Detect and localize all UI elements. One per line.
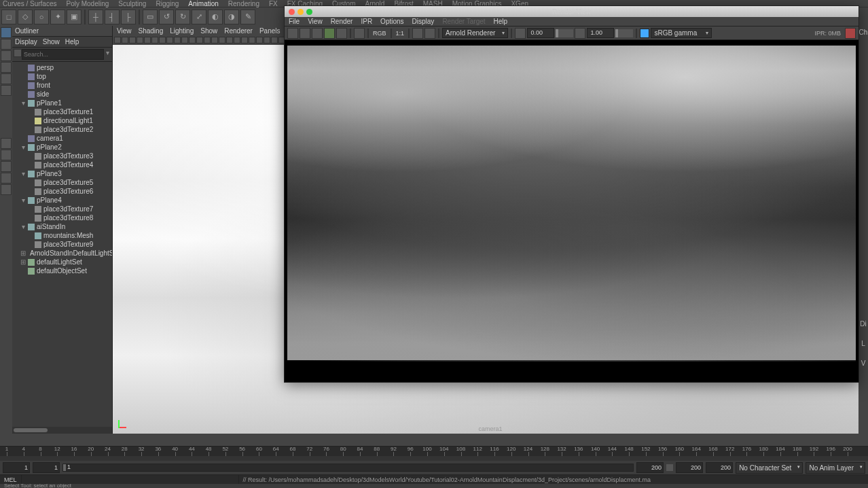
snapshot-icon[interactable] — [312, 28, 323, 39]
menu-tab[interactable]: Animation — [188, 0, 218, 7]
rotate-tool-icon[interactable] — [1, 73, 12, 84]
color-swatch-icon[interactable] — [640, 29, 649, 38]
shelf-icon[interactable]: ⤢ — [192, 10, 206, 24]
scrollbar-horizontal[interactable] — [12, 427, 112, 434]
viewport-toolbar-icon[interactable] — [166, 37, 173, 43]
viewport-menu-item[interactable]: Renderer — [224, 27, 253, 35]
ipr-refresh-icon[interactable] — [336, 28, 347, 39]
tree-item[interactable]: ▾pPlane3 — [12, 169, 112, 178]
render-menu-item[interactable]: Display — [412, 18, 435, 25]
layout-icon[interactable] — [1, 173, 12, 184]
display-tab[interactable]: Di — [860, 320, 866, 328]
shelf-icon[interactable]: ○ — [34, 10, 49, 24]
menu-tab[interactable]: Poly Modeling — [66, 0, 109, 7]
exposure-high-slider[interactable] — [615, 29, 633, 37]
viewport-menu-item[interactable]: Show — [200, 27, 217, 35]
ipr-stop-icon[interactable] — [845, 28, 856, 39]
layout-icon[interactable] — [1, 161, 12, 172]
layout-icon[interactable] — [1, 138, 12, 149]
tree-item[interactable]: top — [12, 72, 112, 81]
scale-tool-icon[interactable] — [1, 85, 12, 96]
menu-tab[interactable]: Curves / Surfaces — [3, 0, 56, 7]
viewport-toolbar-icon[interactable] — [181, 37, 188, 43]
render-view-titlebar[interactable]: Render View — [285, 6, 858, 17]
ratio-label[interactable]: 1:1 — [395, 30, 406, 37]
range-lock-icon[interactable] — [666, 464, 673, 471]
close-icon[interactable] — [289, 9, 295, 15]
viewport-toolbar-icon[interactable] — [196, 37, 203, 43]
channel-box-tab[interactable]: Ch — [859, 29, 868, 36]
viewport-toolbar-icon[interactable] — [241, 37, 248, 43]
viewport-menu-item[interactable]: View — [117, 27, 132, 35]
tree-item[interactable]: ⊞defaultLightSet — [12, 258, 112, 266]
tree-item[interactable]: camera1 — [12, 134, 112, 143]
render-menu-item[interactable]: IPR — [361, 18, 372, 25]
viewport-toolbar-icon[interactable] — [189, 37, 196, 43]
tree-item[interactable]: ▾aiStandIn — [12, 222, 112, 231]
viewport-toolbar-icon[interactable] — [249, 37, 255, 43]
exposure-icon[interactable] — [515, 28, 526, 39]
range-vis-start-input[interactable] — [33, 462, 60, 473]
render-canvas[interactable] — [285, 40, 858, 382]
renderer-dropdown[interactable]: Arnold Renderer — [442, 28, 508, 38]
tree-item[interactable]: directionalLight1 — [12, 116, 112, 125]
viewport-toolbar-icon[interactable] — [219, 37, 225, 43]
tree-item[interactable]: place3dTexture7 — [12, 205, 112, 213]
render-settings-icon[interactable] — [354, 28, 365, 39]
tree-item[interactable]: defaultObjectSet — [12, 266, 112, 275]
outliner-menu-item[interactable]: Show — [43, 38, 60, 46]
render-menu-item[interactable]: Options — [380, 18, 403, 25]
tree-item[interactable]: place3dTexture3 — [12, 152, 112, 160]
shelf-icon[interactable]: ▣ — [67, 10, 82, 24]
move-tool-icon[interactable] — [1, 62, 12, 73]
viewport-toolbar-icon[interactable] — [226, 37, 233, 43]
search-dropdown-icon[interactable]: ▾ — [104, 49, 111, 60]
viewport-toolbar-icon[interactable] — [151, 37, 158, 43]
maximize-icon[interactable] — [306, 9, 312, 15]
shelf-icon[interactable]: ◐ — [208, 10, 223, 24]
outliner-search-input[interactable] — [22, 49, 104, 60]
layout-icon[interactable] — [1, 184, 12, 195]
paint-tool-icon[interactable] — [1, 50, 12, 61]
range-end-input[interactable] — [676, 462, 703, 473]
keep-image-icon[interactable] — [412, 28, 423, 39]
viewport-toolbar-icon[interactable] — [174, 37, 181, 43]
rgb-label[interactable]: RGB — [372, 30, 388, 37]
menu-tab[interactable]: Rigging — [156, 0, 179, 7]
viewport-menu-item[interactable]: Lighting — [170, 27, 194, 35]
range-vis-end-input[interactable] — [636, 462, 664, 473]
tree-item[interactable]: front — [12, 81, 112, 90]
viewport-toolbar-icon[interactable] — [144, 37, 151, 43]
menu-tab[interactable]: Rendering — [228, 0, 259, 7]
tree-item[interactable]: place3dTexture9 — [12, 240, 112, 249]
viewport-menu-item[interactable]: Shading — [139, 27, 164, 35]
shelf-icon[interactable]: □ — [1, 10, 16, 24]
anim-layer-dropdown[interactable]: No Anim Layer — [806, 462, 865, 474]
viewport-toolbar-icon[interactable] — [159, 37, 166, 43]
tree-item[interactable]: place3dTexture6 — [12, 187, 112, 196]
select-tool-icon[interactable] — [1, 27, 12, 38]
tree-item[interactable]: ⊞ArnoldStandInDefaultLightSet — [12, 249, 112, 258]
viewport-menu-item[interactable]: Panels — [259, 27, 281, 35]
shelf-icon[interactable]: ◇ — [18, 10, 33, 24]
render-region-icon[interactable] — [300, 28, 310, 39]
render-menu-item[interactable]: Render — [331, 18, 353, 25]
remove-image-icon[interactable] — [424, 28, 435, 39]
shelf-icon[interactable]: ✎ — [240, 10, 255, 24]
ipr-start-icon[interactable] — [324, 28, 335, 39]
viewport-toolbar-icon[interactable] — [264, 37, 270, 43]
render-menu-item[interactable]: Help — [494, 18, 508, 25]
render-frame-icon[interactable] — [287, 28, 298, 39]
minimize-icon[interactable] — [297, 9, 304, 15]
shelf-icon[interactable]: ◑ — [224, 10, 239, 24]
menu-tab[interactable]: Sculpting — [118, 0, 146, 7]
visor-tab[interactable]: V — [861, 360, 866, 367]
layout-icon[interactable] — [1, 150, 12, 160]
layers-tab[interactable]: L — [861, 340, 865, 347]
tree-item[interactable]: side — [12, 90, 112, 99]
render-menu-item[interactable]: File — [289, 18, 300, 25]
tree-item[interactable]: place3dTexture5 — [12, 178, 112, 187]
render-menu-item[interactable]: View — [308, 18, 323, 25]
tree-item[interactable]: mountains:Mesh — [12, 231, 112, 240]
viewport-toolbar-icon[interactable] — [234, 37, 240, 43]
